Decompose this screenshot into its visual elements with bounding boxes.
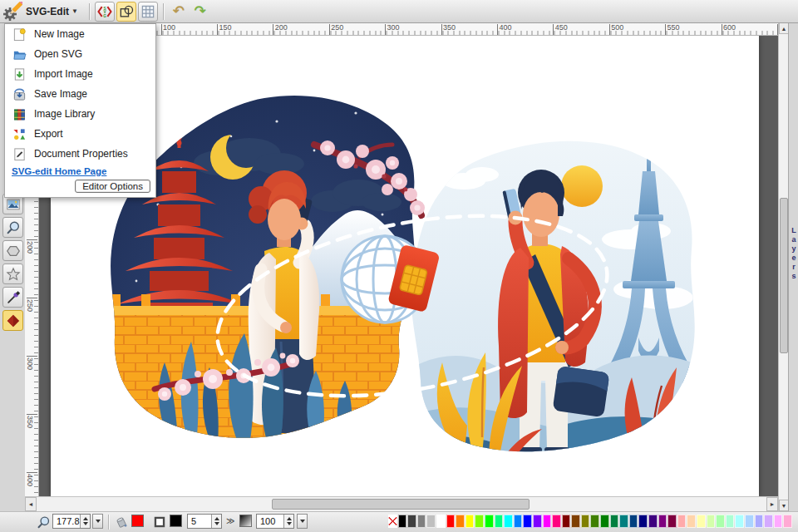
- palette-swatch[interactable]: [600, 515, 609, 528]
- ruler-label: 450: [555, 23, 568, 32]
- wireframe-mode-button[interactable]: [116, 2, 136, 22]
- menu-item-import-image[interactable]: Import Image: [5, 64, 155, 84]
- ruler-label: 500: [611, 23, 623, 32]
- stroke-width-spinner[interactable]: 5: [187, 514, 222, 529]
- export-icon: [12, 127, 27, 141]
- palette-swatch[interactable]: [619, 515, 628, 528]
- palette-swatch[interactable]: [446, 515, 456, 528]
- opacity-dropdown[interactable]: [297, 514, 308, 529]
- redo-icon: ↷: [195, 4, 206, 18]
- shape-library-tool-button[interactable]: [2, 310, 23, 331]
- palette-swatch[interactable]: [716, 515, 725, 528]
- palette-swatch[interactable]: [783, 515, 792, 528]
- zoom-presets-dropdown[interactable]: [92, 514, 103, 529]
- ruler-label: 600: [723, 23, 736, 32]
- palette-swatch[interactable]: [687, 515, 696, 528]
- palette-swatch[interactable]: [629, 515, 638, 528]
- palette-swatch[interactable]: [745, 515, 754, 528]
- eyedropper-tool-button[interactable]: [2, 287, 23, 308]
- main-toolbar: SVG-Edit ▼ S V G: [0, 0, 798, 23]
- horizontal-scroll-thumb[interactable]: [272, 499, 530, 510]
- palette-swatch[interactable]: [552, 515, 561, 528]
- palette-swatch[interactable]: [398, 515, 407, 528]
- redo-button[interactable]: ↷: [190, 2, 210, 22]
- ruler-label: 300: [26, 357, 34, 370]
- editor-options-button[interactable]: Editor Options: [75, 180, 150, 193]
- opacity-stepper[interactable]: [283, 515, 293, 528]
- palette-swatch[interactable]: [764, 515, 773, 528]
- layers-panel-tab[interactable]: Layers: [788, 22, 798, 511]
- menu-item-image-library[interactable]: Image Library: [5, 104, 155, 124]
- palette-swatch-none[interactable]: [388, 515, 397, 528]
- source-editor-button[interactable]: S V G: [95, 2, 115, 22]
- zoom-tool-button[interactable]: [2, 217, 23, 238]
- books-icon: [12, 107, 27, 121]
- menu-item-export[interactable]: Export: [5, 124, 155, 144]
- more-stroke-options-icon[interactable]: ≫: [226, 516, 234, 525]
- palette-swatch[interactable]: [533, 515, 542, 528]
- vertical-scroll-thumb[interactable]: [780, 198, 788, 353]
- stroke-color-swatch[interactable]: [170, 515, 182, 527]
- palette-swatch[interactable]: [495, 515, 504, 528]
- scroll-right-arrow[interactable]: ►: [766, 497, 778, 511]
- ruler-major-tick: [722, 24, 722, 35]
- polygon-tool-button[interactable]: [2, 240, 23, 261]
- canvas-drawing-travelers-illustration[interactable]: [106, 88, 697, 458]
- opacity-value[interactable]: 100: [257, 516, 283, 526]
- grid-button[interactable]: [138, 2, 158, 22]
- palette-swatch[interactable]: [417, 515, 426, 528]
- svg-edit-app: SVG-Edit ▼ S V G: [0, 0, 798, 532]
- import-image-icon: [12, 67, 27, 81]
- palette-swatch[interactable]: [436, 515, 446, 528]
- palette-swatch[interactable]: [426, 515, 436, 528]
- palette-swatch[interactable]: [407, 515, 416, 528]
- zoom-stepper[interactable]: [80, 515, 90, 528]
- svg-edit-home-page-link[interactable]: SVG-edit Home Page: [12, 166, 155, 176]
- app-menu-label[interactable]: SVG-Edit: [26, 6, 69, 17]
- zoom-level-spinner[interactable]: 177.8: [52, 514, 91, 529]
- ruler-major-tick: [273, 24, 273, 35]
- palette-swatch[interactable]: [610, 515, 619, 528]
- palette-swatch[interactable]: [638, 515, 648, 528]
- stroke-width-stepper[interactable]: [211, 515, 221, 528]
- opacity-spinner[interactable]: 100: [256, 514, 294, 529]
- palette-swatch[interactable]: [466, 515, 475, 528]
- palette-swatch[interactable]: [562, 515, 571, 528]
- palette-swatch[interactable]: [667, 515, 677, 528]
- chevron-down-icon: ▼: [71, 7, 78, 15]
- horizontal-scrollbar[interactable]: ◄ ►: [25, 496, 778, 511]
- menu-item-open-svg[interactable]: Open SVG: [5, 44, 155, 64]
- palette-swatch[interactable]: [504, 515, 513, 528]
- fill-color-swatch[interactable]: [131, 515, 144, 527]
- palette-swatch[interactable]: [456, 515, 465, 528]
- palette-swatch[interactable]: [735, 515, 744, 528]
- zoom-level-value[interactable]: 177.8: [53, 516, 80, 526]
- palette-swatch[interactable]: [726, 515, 735, 528]
- undo-button[interactable]: ↶: [169, 2, 189, 22]
- palette-swatch[interactable]: [571, 515, 580, 528]
- palette-swatch[interactable]: [677, 515, 687, 528]
- palette-swatch[interactable]: [514, 515, 523, 528]
- palette-swatch[interactable]: [523, 515, 532, 528]
- menu-item-save-image[interactable]: Save Image: [5, 84, 155, 104]
- menu-item-document-properties[interactable]: Document Properties: [5, 144, 155, 164]
- palette-swatch[interactable]: [581, 515, 590, 528]
- palette-swatch[interactable]: [755, 515, 764, 528]
- scroll-left-arrow[interactable]: ◄: [25, 497, 37, 511]
- palette-swatch[interactable]: [485, 515, 494, 528]
- palette-swatch[interactable]: [590, 515, 599, 528]
- stroke-width-value[interactable]: 5: [188, 516, 211, 526]
- menu-item-new-image[interactable]: New Image: [5, 24, 155, 44]
- palette-swatch[interactable]: [707, 515, 716, 528]
- palette-swatch[interactable]: [648, 515, 658, 528]
- palette-swatch[interactable]: [658, 515, 667, 528]
- ruler-label: 150: [219, 23, 231, 32]
- svg-text:G: G: [103, 13, 106, 17]
- palette-swatch[interactable]: [697, 515, 706, 528]
- palette-swatch[interactable]: [774, 515, 783, 528]
- star-tool-button[interactable]: [2, 264, 23, 284]
- svg-canvas[interactable]: [51, 36, 759, 496]
- palette-swatch[interactable]: [543, 515, 552, 528]
- svg-edit-logo-icon[interactable]: [2, 2, 22, 22]
- palette-swatch[interactable]: [475, 515, 484, 528]
